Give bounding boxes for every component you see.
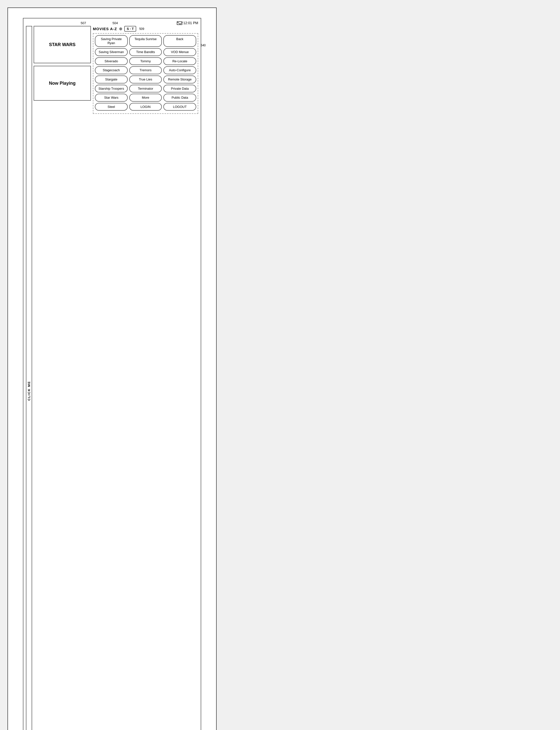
now-playing-preview: Now Playing [34, 66, 91, 101]
ref-540: 540 [201, 44, 206, 47]
btn-time-bandits[interactable]: Time Bandits [129, 48, 162, 56]
ref-509: 509 [139, 27, 144, 31]
movie-menu-grid: Saving Private Ryan Tequila Sunrise Back… [93, 33, 198, 114]
btn-stargate[interactable]: Stargate [95, 75, 128, 83]
sort-icon: ⊕ [119, 26, 122, 31]
menu-row-0: Saving Private Ryan Tequila Sunrise Back [95, 35, 196, 47]
btn-starship-troopers[interactable]: Starship Troopers [95, 85, 128, 93]
menu-row-2: Silverado Tommy Re-Locate [95, 57, 196, 65]
btn-logout[interactable]: LOGOUT [163, 103, 196, 111]
btn-steel[interactable]: Steel [95, 103, 128, 111]
menu-row-7: Steel LOGIN LOGOUT [95, 103, 196, 111]
ref-504: 504 [113, 21, 118, 25]
btn-login[interactable]: LOGIN [129, 103, 162, 111]
btn-auto-configure[interactable]: Auto-Configure [163, 66, 196, 74]
menu-row-5: Starship Troopers Terminator Private Dat… [95, 85, 196, 93]
btn-private-data[interactable]: Private Data [163, 85, 196, 93]
btn-public-data[interactable]: Public Data [163, 94, 196, 102]
time-5a: 12:01 PM [183, 21, 198, 25]
movies-az-label: MOVIES A-Z [93, 27, 117, 31]
btn-vod-menue[interactable]: VOD Menue [163, 48, 196, 56]
btn-tequila-sunrise[interactable]: Tequila Sunrise [129, 35, 162, 47]
btn-more[interactable]: More [129, 94, 162, 102]
ref-507: 507 [81, 21, 86, 25]
btn-saving-private-ryan[interactable]: Saving Private Ryan [95, 35, 128, 47]
btn-stagecoach[interactable]: Stagecoach [95, 66, 128, 74]
menu-row-3: Stagecoach Tremors Auto-Configure [95, 66, 196, 74]
btn-silverado[interactable]: Silverado [95, 57, 128, 65]
menu-row-6: Star Wars More Public Data [95, 94, 196, 102]
btn-re-locate[interactable]: Re-Locate [163, 57, 196, 65]
click-me-bar[interactable]: CLICK ME [26, 26, 32, 730]
menu-row-4: Stargate True Lies Remote Storage [95, 75, 196, 83]
btn-back[interactable]: Back [163, 35, 196, 47]
btn-tommy[interactable]: Tommy [129, 57, 162, 65]
btn-saving-silverman[interactable]: Saving Silverman [95, 48, 128, 56]
star-wars-preview: STAR WARS [34, 26, 91, 63]
envelope-icon-5a [177, 21, 182, 25]
st-tab[interactable]: S - T [124, 26, 136, 32]
btn-star-wars[interactable]: Star Wars [95, 94, 128, 102]
btn-tremors[interactable]: Tremors [129, 66, 162, 74]
btn-remote-storage[interactable]: Remote Storage [163, 75, 196, 83]
menu-row-1: Saving Silverman Time Bandits VOD Menue [95, 48, 196, 56]
btn-terminator[interactable]: Terminator [129, 85, 162, 93]
btn-true-lies[interactable]: True Lies [129, 75, 162, 83]
